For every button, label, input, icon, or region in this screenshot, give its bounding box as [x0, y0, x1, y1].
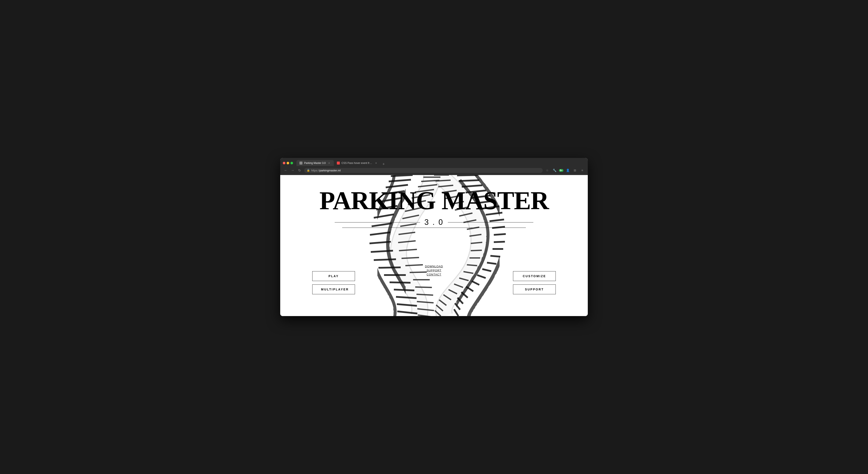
version-subline — [342, 228, 526, 228]
address-bar[interactable]: 🔒 https://parkingmaster.ml — [304, 168, 543, 173]
version-text-container: 3 . 0 — [420, 218, 448, 227]
play-button[interactable]: PLAY — [312, 271, 355, 281]
version-section: 3 . 0 — [280, 218, 588, 228]
address-bar-row: ← → ↻ 🔒 https://parkingmaster.ml ☆ 🔧 8+ … — [280, 166, 588, 175]
tab-title-2: CSS Pass hover event from one... — [342, 161, 373, 165]
minimize-traffic-light[interactable] — [287, 162, 289, 164]
buttons-right: CUSTOMIZE SUPPORT — [513, 271, 556, 294]
version-line-right — [448, 222, 533, 223]
toolbar-right: ☆ 🔧 8+ 👤 ⊞ ≡ — [545, 167, 585, 173]
traffic-lights — [283, 162, 293, 164]
page-title: PARKING MASTER — [280, 175, 588, 213]
title-bar: Parking Master 3.0 × CSS Pass hover even… — [280, 158, 588, 166]
nav-menu: DOWNLOAD SUPPORT CONTACT — [425, 265, 443, 276]
extensions-button[interactable]: ⊞ — [572, 167, 578, 173]
tab-favicon-2 — [337, 161, 340, 165]
reload-button[interactable]: ↻ — [297, 167, 303, 173]
nav-contact[interactable]: CONTACT — [427, 273, 441, 276]
menu-button[interactable]: ≡ — [579, 167, 585, 173]
tab-close-2[interactable]: × — [374, 161, 378, 165]
browser-chrome: Parking Master 3.0 × CSS Pass hover even… — [280, 158, 588, 175]
tab-title-1: Parking Master 3.0 — [304, 161, 326, 165]
forward-button[interactable]: → — [290, 167, 296, 173]
url-domain: parkingmaster.ml — [319, 169, 341, 172]
website-content: PARKING MASTER 3 . 0 DOWNLOAD SUPPORT CO… — [280, 175, 588, 316]
new-tab-button[interactable]: + — [381, 162, 386, 166]
lock-icon: 🔒 — [307, 169, 310, 172]
nav-support[interactable]: SUPPORT — [427, 269, 441, 272]
close-traffic-light[interactable] — [283, 162, 285, 164]
nav-download[interactable]: DOWNLOAD — [425, 265, 443, 268]
version-lines-top: 3 . 0 — [280, 218, 588, 227]
support-button[interactable]: SUPPORT — [513, 285, 556, 294]
multiplayer-button[interactable]: MULTIPLAYER — [312, 285, 355, 294]
tab-parking-master[interactable]: Parking Master 3.0 × — [297, 160, 334, 166]
bookmark-button[interactable]: ☆ — [545, 167, 550, 173]
version-line-left — [335, 222, 420, 223]
url-text: https://parkingmaster.ml — [311, 169, 341, 172]
tab-css[interactable]: CSS Pass hover event from one... × — [334, 160, 381, 166]
browser-window: Parking Master 3.0 × CSS Pass hover even… — [280, 158, 588, 316]
buttons-left: PLAY MULTIPLAYER — [312, 271, 355, 294]
maximize-traffic-light[interactable] — [290, 162, 293, 164]
tab-close-1[interactable]: × — [328, 161, 331, 165]
customize-button[interactable]: CUSTOMIZE — [513, 271, 556, 281]
back-button[interactable]: ← — [283, 167, 289, 173]
url-prefix: https:// — [311, 169, 319, 172]
extension-badge[interactable]: 8+ — [559, 169, 563, 172]
tab-favicon-1 — [300, 161, 303, 165]
version-sublines — [280, 228, 588, 228]
wrench-button[interactable]: 🔧 — [552, 167, 558, 173]
tabs-bar: Parking Master 3.0 × CSS Pass hover even… — [297, 160, 585, 166]
nav-buttons: ← → ↻ — [283, 167, 303, 173]
version-number: 3 . 0 — [424, 218, 444, 227]
profile-button[interactable]: 👤 — [565, 167, 571, 173]
